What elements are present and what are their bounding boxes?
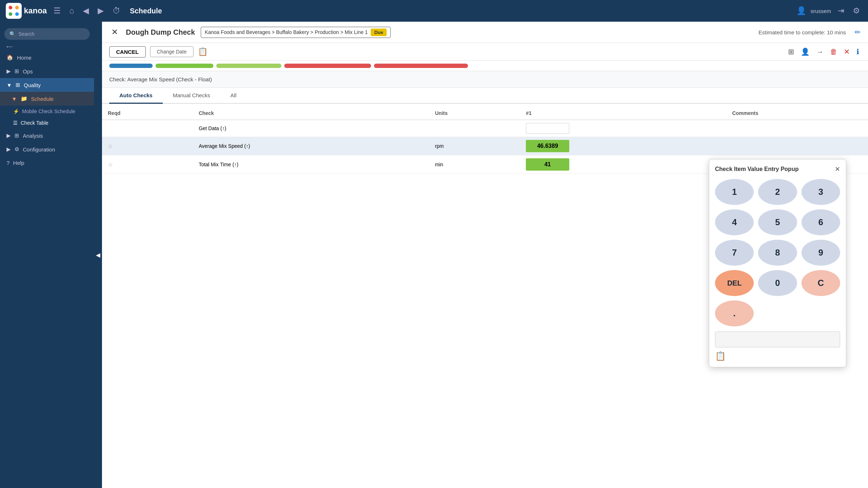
numpad-clear[interactable]: C xyxy=(801,270,840,296)
config-icon: ⚙ xyxy=(14,146,19,153)
numpad-9[interactable]: 9 xyxy=(801,240,840,266)
row-value-1[interactable] xyxy=(520,120,726,137)
popup-display[interactable] xyxy=(715,331,840,347)
search-input[interactable] xyxy=(18,31,85,37)
sidebar-collapse-handle[interactable]: ◀ xyxy=(94,22,102,488)
numpad-8[interactable]: 8 xyxy=(758,240,797,266)
numpad-7[interactable]: 7 xyxy=(715,240,754,266)
due-badge: Due xyxy=(371,29,387,36)
row-reqd-2: ☆ xyxy=(102,137,193,155)
col-header-reqd: Reqd xyxy=(102,107,193,120)
quality-icon: ⊞ xyxy=(16,82,20,88)
grid-view-icon[interactable]: ⊞ xyxy=(787,46,796,57)
mobile-check-icon: ⚡ xyxy=(13,108,19,114)
menu-icon[interactable]: ☰ xyxy=(51,5,63,17)
sidebar-analysis-label: Analysis xyxy=(23,133,43,139)
col-header-units: Units xyxy=(429,107,520,120)
progress-seg-1 xyxy=(109,64,153,68)
sidebar-home-label: Home xyxy=(17,55,31,61)
navigate-icon[interactable]: → xyxy=(815,46,825,57)
numpad-6[interactable]: 6 xyxy=(801,209,840,235)
change-date-button[interactable]: Change Date xyxy=(150,46,194,57)
toolbar-actions: ⊞ 👤 → 🗑 ✕ ℹ xyxy=(787,46,861,57)
ops-expand-icon: ▶ xyxy=(7,68,11,74)
progress-bars xyxy=(102,61,868,71)
analysis-icon: ⊞ xyxy=(14,132,19,139)
sidebar-item-analysis[interactable]: ▶ ⊞ Analysis xyxy=(0,129,94,142)
check-name: Dough Dump Check xyxy=(126,28,195,37)
schedule-expand-icon: ▼ xyxy=(12,96,17,102)
value-input-3[interactable] xyxy=(526,158,569,171)
numpad-5[interactable]: 5 xyxy=(758,209,797,235)
value-input-2[interactable] xyxy=(526,140,569,152)
calendar-icon[interactable]: 📋 xyxy=(198,47,208,56)
numpad-3[interactable]: 3 xyxy=(801,179,840,205)
value-input-1[interactable] xyxy=(526,123,569,134)
numpad-popup: Check Item Value Entry Popup ✕ 1 2 3 4 5… xyxy=(709,159,846,367)
svg-point-0 xyxy=(9,6,12,9)
cancel-button[interactable]: CANCEL xyxy=(109,46,146,57)
user-action-icon[interactable]: 👤 xyxy=(799,46,811,57)
login-icon[interactable]: ⇥ xyxy=(835,5,846,17)
sidebar-item-schedule[interactable]: ▼ 📁 Schedule xyxy=(0,92,94,106)
quality-expand-icon: ▼ xyxy=(7,82,12,88)
delete-icon[interactable]: ✕ xyxy=(842,46,851,57)
row-value-2[interactable] xyxy=(520,137,726,155)
svg-point-1 xyxy=(15,6,19,9)
estimated-time: Estimated time to complete: 10 mins xyxy=(758,29,846,35)
schedule-folder-icon: 📁 xyxy=(21,95,27,102)
numpad-del[interactable]: DEL xyxy=(715,270,754,296)
table-row[interactable]: Get Data (↑) xyxy=(102,120,868,137)
sidebar-item-configuration[interactable]: ▶ ⚙ Configuration xyxy=(0,142,94,156)
sidebar-item-check-table[interactable]: ☰ Check Table xyxy=(0,117,94,129)
breadcrumb: Kanoa Foods and Beverages > Buffalo Bake… xyxy=(201,27,391,38)
sidebar-ops-label: Ops xyxy=(23,68,33,74)
sidebar-item-quality[interactable]: ▼ ⊞ Quality xyxy=(0,78,94,92)
tab-auto-checks[interactable]: Auto Checks xyxy=(109,88,163,104)
home-nav-icon: 🏠 xyxy=(7,54,13,61)
check-header: ✕ Dough Dump Check Kanoa Foods and Bever… xyxy=(102,22,868,43)
numpad-dot[interactable]: . xyxy=(715,300,754,326)
sidebar-item-help[interactable]: ? Help xyxy=(0,156,94,170)
numpad-4[interactable]: 4 xyxy=(715,209,754,235)
progress-seg-4 xyxy=(284,64,371,68)
popup-close-button[interactable]: ✕ xyxy=(835,165,840,173)
row-reqd-3: ☆ xyxy=(102,155,193,174)
row-comments-1 xyxy=(726,120,868,137)
sidebar-item-ops[interactable]: ▶ ⊞ Ops xyxy=(0,64,94,78)
home-icon[interactable]: ⌂ xyxy=(67,5,76,17)
user-area: 👤 srussem ⇥ ⚙ xyxy=(796,5,862,17)
back-icon[interactable]: ◀ xyxy=(81,5,91,17)
col-header-value: #1 xyxy=(520,107,726,120)
sidebar-item-mobile-check[interactable]: ⚡ Mobile Check Schedule xyxy=(0,106,94,117)
search-box[interactable]: 🔍 xyxy=(4,28,90,40)
col-header-check: Check xyxy=(193,107,429,120)
svg-point-3 xyxy=(15,12,19,16)
config-expand-icon: ▶ xyxy=(7,146,11,153)
forward-icon[interactable]: ▶ xyxy=(95,5,106,17)
numpad-0[interactable]: 0 xyxy=(758,270,797,296)
table-row[interactable]: ☆ Average Mix Speed (↑) rpm xyxy=(102,137,868,155)
check-info-label: Check: Average Mix Speed (Check - Float) xyxy=(109,76,212,82)
tab-all[interactable]: All xyxy=(220,88,247,104)
row-check-3: Total Mix Time (↑) xyxy=(193,155,429,174)
row-check-1: Get Data (↑) xyxy=(193,120,429,137)
close-check-icon[interactable]: ✕ xyxy=(109,26,120,38)
analysis-expand-icon: ▶ xyxy=(7,132,11,139)
history-icon[interactable]: ⏱ xyxy=(110,5,123,17)
clipboard-icon[interactable]: 📋 xyxy=(715,351,840,361)
main-panel: ✕ Dough Dump Check Kanoa Foods and Bever… xyxy=(102,22,868,488)
numpad-2[interactable]: 2 xyxy=(758,179,797,205)
edit-icon[interactable]: ✏ xyxy=(855,28,861,37)
info-icon[interactable]: ℹ xyxy=(855,46,861,57)
numpad-1[interactable]: 1 xyxy=(715,179,754,205)
app-name: kanoa xyxy=(24,6,47,16)
help-icon: ? xyxy=(7,160,9,166)
row-value-3[interactable] xyxy=(520,155,726,174)
row-units-3: min xyxy=(429,155,520,174)
numpad: 1 2 3 4 5 6 7 8 9 DEL 0 C . xyxy=(715,179,840,326)
settings-icon[interactable]: ⚙ xyxy=(851,5,862,17)
tab-manual-checks[interactable]: Manual Checks xyxy=(163,88,220,104)
trash-icon[interactable]: 🗑 xyxy=(829,46,839,57)
sidebar-item-home[interactable]: 🏠 Home xyxy=(0,51,94,64)
